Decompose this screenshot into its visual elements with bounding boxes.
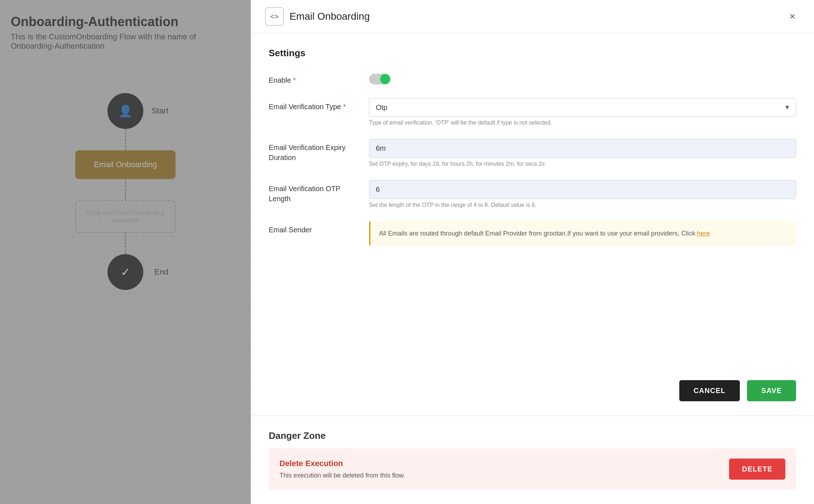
delete-execution-desc: This execution will be deleted from this… xyxy=(279,472,405,479)
delete-execution-title: Delete Execution xyxy=(279,459,405,468)
enable-control xyxy=(369,72,796,84)
enable-label: Enable * xyxy=(269,72,362,85)
cancel-button[interactable]: CANCEL xyxy=(679,380,740,401)
settings-panel: <> Email Onboarding × Settings Enable * xyxy=(251,0,814,504)
danger-card-content: Delete Execution This execution will be … xyxy=(279,459,405,479)
danger-zone-section: Danger Zone Delete Execution This execut… xyxy=(251,416,814,504)
close-icon: × xyxy=(790,11,795,22)
email-sender-info-text: All Emails are routed through default Em… xyxy=(379,230,697,237)
panel-header: <> Email Onboarding × xyxy=(251,0,814,33)
expiry-duration-row: Email Verification Expiry Duration Set O… xyxy=(269,139,796,167)
email-sender-row: Email Sender All Emails are routed throu… xyxy=(269,221,796,246)
verification-type-control: Otp Link ▼ Type of email verification. '… xyxy=(369,98,796,126)
expiry-duration-label: Email Verification Expiry Duration xyxy=(269,139,362,163)
delete-button[interactable]: DELETE xyxy=(729,459,785,480)
expiry-duration-hint: Set OTP expiry, for days 2d, for hours 2… xyxy=(369,161,796,167)
flow-editor-panel: Onboarding-Authentication This is the Cu… xyxy=(0,0,251,504)
enable-required-star: * xyxy=(293,76,296,84)
settings-section: Settings Enable * Email Verification Typ… xyxy=(251,33,814,373)
verification-type-star: * xyxy=(343,103,346,111)
otp-length-label: Email Verification OTP Length xyxy=(269,180,362,204)
toggle-thumb xyxy=(380,74,390,84)
settings-title: Settings xyxy=(269,48,796,59)
email-sender-control: All Emails are routed through default Em… xyxy=(369,221,796,246)
otp-length-control: Set the length of the OTP in the range o… xyxy=(369,180,796,208)
action-buttons: CANCEL SAVE xyxy=(251,373,814,416)
toggle-container xyxy=(369,72,796,84)
otp-length-input[interactable] xyxy=(369,180,796,199)
close-button[interactable]: × xyxy=(785,9,800,24)
panel-title: Email Onboarding xyxy=(289,11,780,22)
otp-length-hint: Set the length of the OTP in the range o… xyxy=(369,202,796,208)
verification-type-select[interactable]: Otp Link xyxy=(369,98,796,117)
save-button[interactable]: SAVE xyxy=(747,380,796,401)
verification-type-label: Email Verification Type * xyxy=(269,98,362,112)
email-sender-label: Email Sender xyxy=(269,221,362,235)
panel-overlay xyxy=(0,0,251,504)
danger-card: Delete Execution This execution will be … xyxy=(269,449,796,490)
code-icon: <> xyxy=(270,13,278,21)
expiry-duration-input[interactable] xyxy=(369,139,796,158)
enable-toggle[interactable] xyxy=(369,74,391,84)
code-icon-button[interactable]: <> xyxy=(265,7,284,26)
expiry-duration-control: Set OTP expiry, for days 2d, for hours 2… xyxy=(369,139,796,167)
verification-type-wrapper: Otp Link ▼ xyxy=(369,98,796,117)
danger-zone-title: Danger Zone xyxy=(269,430,796,441)
otp-length-row: Email Verification OTP Length Set the le… xyxy=(269,180,796,208)
email-sender-info-box: All Emails are routed through default Em… xyxy=(369,221,796,246)
email-sender-link[interactable]: here xyxy=(697,230,710,237)
verification-type-row: Email Verification Type * Otp Link ▼ Typ… xyxy=(269,98,796,126)
enable-row: Enable * xyxy=(269,72,796,85)
verification-type-hint: Type of email verification. 'OTP' will b… xyxy=(369,120,796,126)
